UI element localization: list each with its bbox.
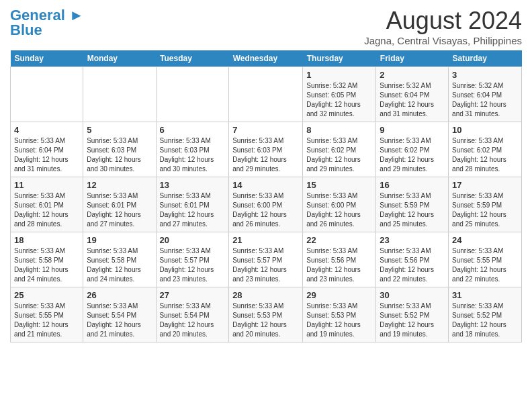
day-info: Sunrise: 5:33 AM Sunset: 5:53 PM Dayligh… — [232, 302, 299, 339]
page-header: General ► Blue August 2024 Jagna, Centra… — [10, 7, 522, 46]
day-cell: 31Sunrise: 5:33 AM Sunset: 5:52 PM Dayli… — [449, 287, 522, 342]
day-number: 6 — [160, 125, 226, 135]
day-info: Sunrise: 5:32 AM Sunset: 6:04 PM Dayligh… — [452, 81, 518, 119]
day-info: Sunrise: 5:33 AM Sunset: 6:01 PM Dayligh… — [14, 191, 79, 229]
col-header-tuesday: Tuesday — [156, 50, 229, 67]
day-number: 14 — [232, 180, 299, 190]
day-number: 15 — [306, 180, 372, 190]
col-header-saturday: Saturday — [449, 50, 522, 67]
day-number: 26 — [87, 290, 152, 300]
day-cell: 3Sunrise: 5:32 AM Sunset: 6:04 PM Daylig… — [449, 67, 522, 122]
col-header-friday: Friday — [376, 50, 449, 67]
day-cell: 30Sunrise: 5:33 AM Sunset: 5:52 PM Dayli… — [376, 287, 449, 342]
day-cell: 27Sunrise: 5:33 AM Sunset: 5:54 PM Dayli… — [156, 287, 229, 342]
day-number: 27 — [160, 290, 226, 300]
day-cell: 23Sunrise: 5:33 AM Sunset: 5:56 PM Dayli… — [376, 232, 449, 287]
logo-blue: Blue — [10, 21, 42, 39]
logo: General ► Blue — [10, 7, 84, 39]
title-block: August 2024 Jagna, Central Visayas, Phil… — [364, 7, 522, 46]
day-number: 13 — [160, 180, 226, 190]
day-cell: 25Sunrise: 5:33 AM Sunset: 5:55 PM Dayli… — [11, 287, 83, 342]
day-cell: 4Sunrise: 5:33 AM Sunset: 6:04 PM Daylig… — [11, 122, 83, 177]
day-number: 16 — [380, 180, 445, 190]
day-info: Sunrise: 5:33 AM Sunset: 5:52 PM Dayligh… — [452, 302, 518, 339]
day-cell: 7Sunrise: 5:33 AM Sunset: 6:03 PM Daylig… — [229, 122, 303, 177]
day-info: Sunrise: 5:33 AM Sunset: 6:03 PM Dayligh… — [160, 136, 226, 174]
col-header-thursday: Thursday — [303, 50, 376, 67]
day-number: 25 — [14, 290, 79, 300]
day-cell: 12Sunrise: 5:33 AM Sunset: 6:01 PM Dayli… — [83, 177, 156, 232]
day-cell: 9Sunrise: 5:33 AM Sunset: 6:02 PM Daylig… — [376, 122, 449, 177]
day-info: Sunrise: 5:33 AM Sunset: 5:55 PM Dayligh… — [14, 302, 79, 339]
day-number: 22 — [306, 235, 372, 245]
day-number: 28 — [232, 290, 299, 300]
col-header-wednesday: Wednesday — [229, 50, 303, 67]
day-cell: 2Sunrise: 5:32 AM Sunset: 6:04 PM Daylig… — [376, 67, 449, 122]
day-info: Sunrise: 5:33 AM Sunset: 5:57 PM Dayligh… — [160, 246, 226, 284]
week-row-2: 4Sunrise: 5:33 AM Sunset: 6:04 PM Daylig… — [11, 122, 522, 177]
day-info: Sunrise: 5:33 AM Sunset: 5:59 PM Dayligh… — [452, 191, 518, 229]
day-cell: 19Sunrise: 5:33 AM Sunset: 5:58 PM Dayli… — [83, 232, 156, 287]
day-number: 1 — [306, 70, 372, 80]
day-number: 3 — [452, 70, 518, 80]
day-number: 10 — [452, 125, 518, 135]
day-cell: 17Sunrise: 5:33 AM Sunset: 5:59 PM Dayli… — [449, 177, 522, 232]
day-info: Sunrise: 5:33 AM Sunset: 5:57 PM Dayligh… — [232, 246, 299, 284]
day-info: Sunrise: 5:33 AM Sunset: 5:59 PM Dayligh… — [380, 191, 445, 229]
day-info: Sunrise: 5:33 AM Sunset: 6:00 PM Dayligh… — [306, 191, 372, 229]
day-info: Sunrise: 5:33 AM Sunset: 6:01 PM Dayligh… — [87, 191, 152, 229]
calendar-header-row: SundayMondayTuesdayWednesdayThursdayFrid… — [11, 50, 522, 67]
day-info: Sunrise: 5:33 AM Sunset: 6:02 PM Dayligh… — [306, 136, 372, 174]
day-cell: 29Sunrise: 5:33 AM Sunset: 5:53 PM Dayli… — [303, 287, 376, 342]
day-number: 31 — [452, 290, 518, 300]
location: Jagna, Central Visayas, Philippines — [364, 35, 522, 46]
day-cell: 28Sunrise: 5:33 AM Sunset: 5:53 PM Dayli… — [229, 287, 303, 342]
day-number: 21 — [232, 235, 299, 245]
day-number: 11 — [14, 180, 79, 190]
day-info: Sunrise: 5:32 AM Sunset: 6:04 PM Dayligh… — [380, 81, 445, 119]
day-cell: 24Sunrise: 5:33 AM Sunset: 5:55 PM Dayli… — [449, 232, 522, 287]
day-number: 23 — [380, 235, 445, 245]
day-info: Sunrise: 5:33 AM Sunset: 5:58 PM Dayligh… — [87, 246, 152, 284]
day-number: 8 — [306, 125, 372, 135]
day-info: Sunrise: 5:33 AM Sunset: 5:58 PM Dayligh… — [14, 246, 79, 284]
day-info: Sunrise: 5:32 AM Sunset: 6:05 PM Dayligh… — [306, 81, 372, 119]
day-cell: 11Sunrise: 5:33 AM Sunset: 6:01 PM Dayli… — [11, 177, 83, 232]
day-cell: 22Sunrise: 5:33 AM Sunset: 5:56 PM Dayli… — [303, 232, 376, 287]
day-info: Sunrise: 5:33 AM Sunset: 6:04 PM Dayligh… — [14, 136, 79, 174]
day-cell: 6Sunrise: 5:33 AM Sunset: 6:03 PM Daylig… — [156, 122, 229, 177]
day-number: 18 — [14, 235, 79, 245]
day-number: 4 — [14, 125, 79, 135]
day-number: 7 — [232, 125, 299, 135]
day-info: Sunrise: 5:33 AM Sunset: 6:00 PM Dayligh… — [232, 191, 299, 229]
day-number: 5 — [87, 125, 152, 135]
day-cell: 13Sunrise: 5:33 AM Sunset: 6:01 PM Dayli… — [156, 177, 229, 232]
day-number: 24 — [452, 235, 518, 245]
day-info: Sunrise: 5:33 AM Sunset: 5:56 PM Dayligh… — [306, 246, 372, 284]
day-number: 2 — [380, 70, 445, 80]
calendar-table: SundayMondayTuesdayWednesdayThursdayFrid… — [10, 50, 522, 342]
day-info: Sunrise: 5:33 AM Sunset: 6:01 PM Dayligh… — [160, 191, 226, 229]
day-info: Sunrise: 5:33 AM Sunset: 5:53 PM Dayligh… — [306, 302, 372, 339]
day-info: Sunrise: 5:33 AM Sunset: 6:03 PM Dayligh… — [87, 136, 152, 174]
day-info: Sunrise: 5:33 AM Sunset: 5:56 PM Dayligh… — [380, 246, 445, 284]
day-cell: 14Sunrise: 5:33 AM Sunset: 6:00 PM Dayli… — [229, 177, 303, 232]
day-info: Sunrise: 5:33 AM Sunset: 6:02 PM Dayligh… — [452, 136, 518, 174]
day-number: 12 — [87, 180, 152, 190]
day-info: Sunrise: 5:33 AM Sunset: 6:03 PM Dayligh… — [232, 136, 299, 174]
day-info: Sunrise: 5:33 AM Sunset: 5:54 PM Dayligh… — [160, 302, 226, 339]
day-cell: 26Sunrise: 5:33 AM Sunset: 5:54 PM Dayli… — [83, 287, 156, 342]
day-cell: 20Sunrise: 5:33 AM Sunset: 5:57 PM Dayli… — [156, 232, 229, 287]
day-number: 9 — [380, 125, 445, 135]
col-header-monday: Monday — [83, 50, 156, 67]
day-number: 30 — [380, 290, 445, 300]
day-cell — [229, 67, 303, 122]
day-number: 19 — [87, 235, 152, 245]
day-number: 29 — [306, 290, 372, 300]
day-info: Sunrise: 5:33 AM Sunset: 6:02 PM Dayligh… — [380, 136, 445, 174]
day-cell — [156, 67, 229, 122]
day-number: 17 — [452, 180, 518, 190]
day-cell: 10Sunrise: 5:33 AM Sunset: 6:02 PM Dayli… — [449, 122, 522, 177]
day-cell: 21Sunrise: 5:33 AM Sunset: 5:57 PM Dayli… — [229, 232, 303, 287]
day-cell: 18Sunrise: 5:33 AM Sunset: 5:58 PM Dayli… — [11, 232, 83, 287]
